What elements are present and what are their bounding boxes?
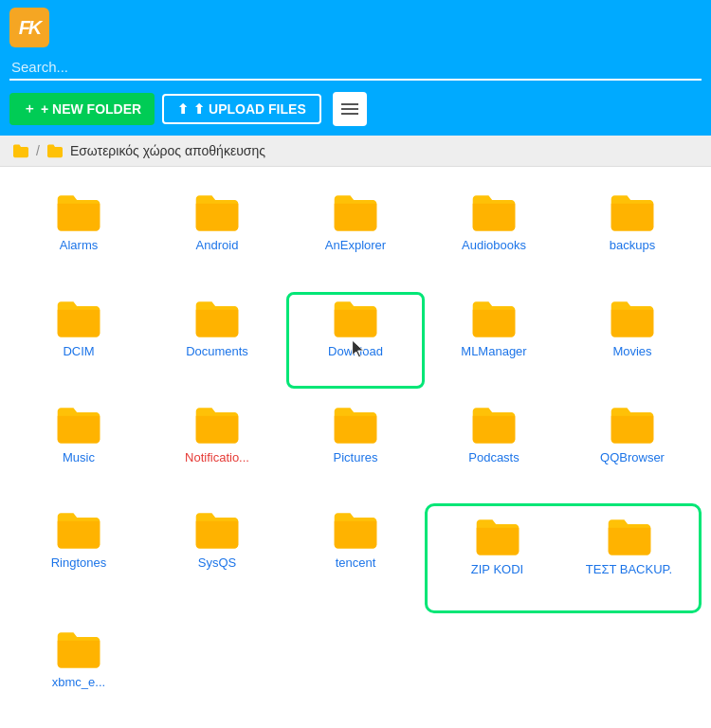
list-item[interactable]: DCIM <box>9 292 148 389</box>
toolbar: ＋ + NEW FOLDER ⬆ ⬆ UPLOAD FILES <box>0 86 711 136</box>
list-item[interactable]: ZIP KODI <box>431 510 563 607</box>
new-folder-button[interactable]: ＋ + NEW FOLDER <box>9 93 155 125</box>
header-top: FK <box>0 0 711 55</box>
list-item[interactable]: Notificatio... <box>148 398 286 495</box>
list-item[interactable]: SysQS <box>148 503 286 613</box>
list-item[interactable]: xbmc_e... <box>9 623 148 719</box>
list-item[interactable]: AnExplorer <box>286 186 425 282</box>
breadcrumb-current: Εσωτερικός χώρος αποθήκευσης <box>70 143 265 158</box>
list-item[interactable]: MLManager <box>425 292 563 389</box>
list-item[interactable]: Documents <box>148 292 286 389</box>
list-item[interactable]: QQBrowser <box>563 398 702 495</box>
list-item[interactable]: ΤΕΣΤ BACKUP. <box>563 510 695 607</box>
group-highlight: ZIP KODI ΤΕΣΤ BACKUP. <box>425 503 702 613</box>
list-item[interactable]: Music <box>9 398 148 495</box>
list-item[interactable]: Ringtones <box>9 503 148 613</box>
list-item[interactable]: Download <box>286 292 425 389</box>
search-bar <box>0 55 711 86</box>
list-item[interactable]: backups <box>563 186 702 282</box>
list-item[interactable]: Pictures <box>286 398 425 495</box>
search-input[interactable] <box>9 55 702 81</box>
app-logo: FK <box>9 8 49 47</box>
file-grid: Alarms Android AnExplorer Audiobooks bac… <box>0 167 711 728</box>
breadcrumb: / Εσωτερικός χώρος αποθήκευσης <box>0 136 711 167</box>
list-item[interactable]: Android <box>148 186 286 282</box>
upload-files-button[interactable]: ⬆ ⬆ UPLOAD FILES <box>162 94 321 124</box>
upload-arrow-icon: ⬆ <box>177 101 189 117</box>
list-item[interactable]: Audiobooks <box>425 186 563 282</box>
header: FK ＋ + NEW FOLDER ⬆ ⬆ UPLOAD FILES <box>0 0 711 136</box>
home-folder-icon <box>11 143 30 158</box>
list-item[interactable]: tencent <box>286 503 425 613</box>
list-view-icon <box>341 103 358 115</box>
list-view-button[interactable] <box>333 92 367 126</box>
list-item[interactable]: Podcasts <box>425 398 563 495</box>
current-folder-icon <box>46 143 64 158</box>
list-item[interactable]: Movies <box>563 292 702 389</box>
breadcrumb-separator: / <box>36 143 40 158</box>
plus-icon: ＋ <box>23 100 36 118</box>
list-item[interactable]: Alarms <box>9 186 148 282</box>
